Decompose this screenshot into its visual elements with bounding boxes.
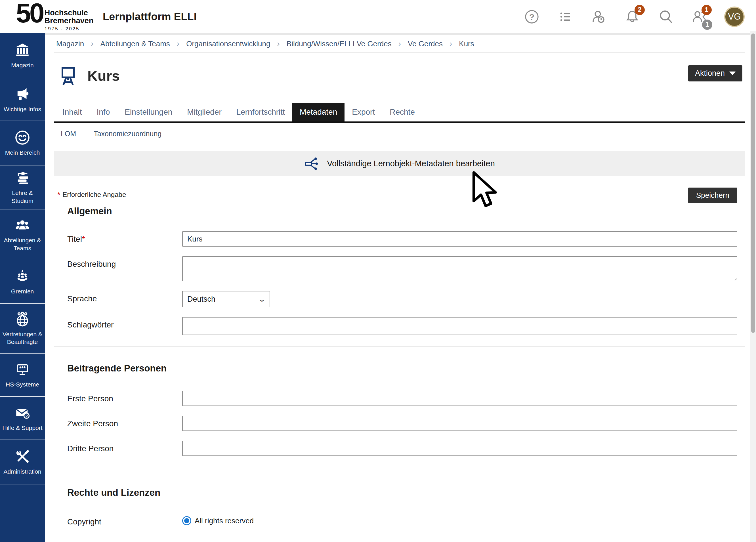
zweite-person-label: Zweite Person <box>67 416 182 428</box>
list-button[interactable] <box>557 8 574 25</box>
logo-name-line2: Bremerhaven <box>45 17 94 25</box>
schlagwoerter-input[interactable] <box>182 317 737 335</box>
contacts-badge-new: 1 <box>702 5 712 15</box>
sidebar-item-label: Vertretungen & Beauftragte <box>1 330 44 346</box>
breadcrumb-item[interactable]: Bildung/Wissen/ELLI Ve Gerdes <box>287 39 392 48</box>
copyright-label: Copyright <box>67 514 182 526</box>
subtab-taxonomiezuordnung[interactable]: Taxonomiezuordnung <box>94 130 161 138</box>
tab-metadaten[interactable]: Metadaten <box>292 103 345 121</box>
radio-dot <box>184 518 189 523</box>
section-title-allgemein: Allgemein <box>67 206 745 217</box>
sidebar-item-wichtige-infos[interactable]: Wichtige Infos <box>0 78 45 121</box>
sidebar-item-gremien[interactable]: Gremien <box>0 260 45 304</box>
scrollbar-track[interactable] <box>750 31 756 542</box>
page-title: Kurs <box>87 68 120 84</box>
erste-person-input[interactable] <box>182 391 737 406</box>
tab-info[interactable]: Info <box>89 103 117 121</box>
breadcrumb-item[interactable]: Organisationsentwicklung <box>186 39 270 48</box>
zweite-person-input[interactable] <box>182 416 737 431</box>
sidebar-filler <box>0 484 45 542</box>
search-icon <box>658 9 674 25</box>
globe-people-icon <box>14 311 31 327</box>
sidebar-item-administration[interactable]: Administration <box>0 440 45 484</box>
subtab-lom[interactable]: LOM <box>61 130 76 138</box>
save-button[interactable]: Speichern <box>688 188 737 203</box>
sidebar-item-lehre-studium[interactable]: Lehre & Studium <box>0 165 45 209</box>
avatar[interactable]: VG <box>724 7 745 27</box>
sidebar-item-hilfe-support[interactable]: ? Hilfe & Support <box>0 397 45 440</box>
chevron-down-icon <box>729 72 736 75</box>
megaphone-icon <box>14 86 31 102</box>
sidebar-item-label: Hilfe & Support <box>2 424 42 432</box>
course-easel-icon <box>58 65 78 87</box>
sprache-label: Sprache <box>67 291 182 303</box>
copyright-radio[interactable] <box>182 516 191 525</box>
edit-full-metadata-button[interactable]: Vollständige Lernobjekt-Metadaten bearbe… <box>54 151 745 176</box>
breadcrumb-item[interactable]: Abteilungen & Teams <box>100 39 170 48</box>
subtab-bar: LOM Taxonomiezuordnung <box>54 130 745 138</box>
tab-mitglieder[interactable]: Mitglieder <box>180 103 229 121</box>
help-button[interactable]: ? <box>523 8 540 25</box>
titel-required-star: * <box>82 235 85 243</box>
section-divider <box>54 471 745 471</box>
contacts-button[interactable]: 1 1 <box>691 8 708 25</box>
sidebar-item-label: Magazin <box>11 61 33 69</box>
sidebar-item-hs-systeme[interactable]: *** HS-Systeme <box>0 354 45 397</box>
svg-text:?: ? <box>25 413 28 418</box>
user-status-button[interactable] <box>590 8 607 25</box>
bank-icon <box>14 42 31 58</box>
mail-question-icon: ? <box>14 405 31 421</box>
sidebar-item-label: Gremien <box>11 287 34 295</box>
sidebar-item-abteilungen-teams[interactable]: Abteilungen & Teams <box>0 209 45 260</box>
tools-icon <box>14 448 31 465</box>
breadcrumb-separator: › <box>277 39 280 48</box>
section-title-rechte: Rechte und Lizenzen <box>67 487 745 498</box>
actions-button[interactable]: Aktionen <box>688 65 742 81</box>
breadcrumb-item[interactable]: Ve Gerdes <box>408 39 443 48</box>
dritte-person-input[interactable] <box>182 441 737 456</box>
schlagwoerter-label: Schlagwörter <box>67 317 182 329</box>
sidebar-item-mein-bereich[interactable]: Mein Bereich <box>0 121 45 165</box>
tab-rechte[interactable]: Rechte <box>382 103 422 121</box>
sidebar-item-label: Abteilungen & Teams <box>1 236 44 252</box>
top-header: 50 Hochschule Bremerhaven 1975 - 2025 Le… <box>0 0 756 33</box>
user-alert-icon <box>591 9 607 25</box>
notifications-button[interactable]: 2 <box>624 8 641 25</box>
logo-anniversary: 1975 - 2025 <box>45 26 94 32</box>
dritte-person-label: Dritte Person <box>67 441 182 453</box>
logo-50-text: 50 <box>16 1 43 25</box>
sprache-selected-value: Deutsch <box>187 295 215 304</box>
sidebar-item-vertretungen[interactable]: Vertretungen & Beauftragte <box>0 304 45 354</box>
notifications-badge: 2 <box>635 5 645 15</box>
erste-person-label: Erste Person <box>67 391 182 403</box>
titel-input[interactable] <box>182 231 737 247</box>
beschreibung-textarea[interactable] <box>182 256 737 281</box>
required-note: Erforderliche Angabe <box>62 191 126 199</box>
breadcrumb-separator: › <box>177 39 179 48</box>
tab-bar: Inhalt Info Einstellungen Mitglieder Ler… <box>54 103 745 123</box>
tab-export[interactable]: Export <box>345 103 382 121</box>
section-divider <box>54 346 745 347</box>
sidebar-item-label: Lehre & Studium <box>1 189 44 205</box>
tab-einstellungen[interactable]: Einstellungen <box>117 103 180 121</box>
people-icon <box>14 217 31 234</box>
fork-icon <box>304 156 320 171</box>
logo-name-line1: Hochschule <box>45 9 94 17</box>
breadcrumb-item[interactable]: Magazin <box>56 39 84 48</box>
tab-inhalt[interactable]: Inhalt <box>55 103 89 121</box>
sprache-select[interactable]: Deutsch ⌄ <box>182 291 270 307</box>
main-content: Magazin › Abteilungen & Teams › Organisa… <box>45 33 750 542</box>
contacts-badge-online: 1 <box>702 20 712 30</box>
help-icon: ? <box>524 9 540 25</box>
tab-lernfortschritt[interactable]: Lernfortschritt <box>229 103 292 121</box>
search-button[interactable] <box>657 8 674 25</box>
sidebar-item-magazin[interactable]: Magazin <box>0 33 45 78</box>
edit-full-metadata-label: Vollständige Lernobjekt-Metadaten bearbe… <box>327 159 495 168</box>
section-title-beitragende: Beitragende Personen <box>67 363 745 374</box>
beschreibung-label: Beschreibung <box>67 256 182 269</box>
breadcrumb-item[interactable]: Kurs <box>459 39 474 48</box>
breadcrumb-separator: › <box>450 39 452 48</box>
scrollbar-thumb[interactable] <box>751 33 755 333</box>
university-logo[interactable]: 50 Hochschule Bremerhaven 1975 - 2025 <box>16 1 93 32</box>
breadcrumb-separator: › <box>398 39 401 48</box>
